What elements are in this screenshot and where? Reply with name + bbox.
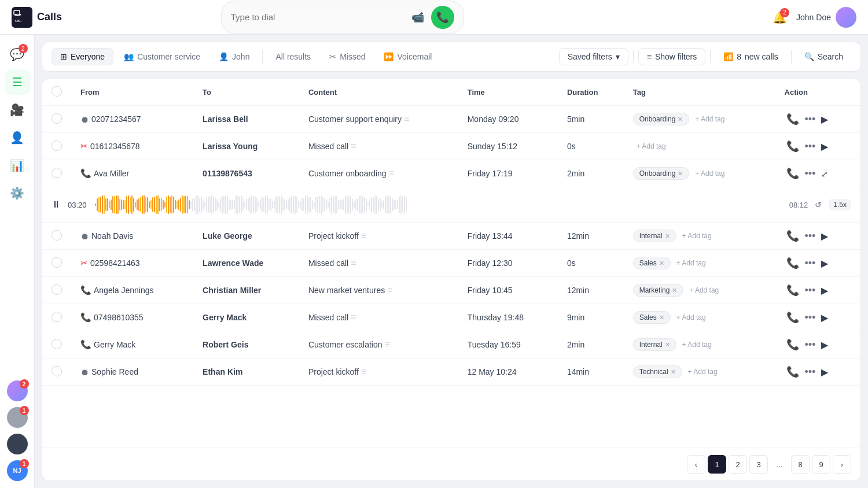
- add-tag-button[interactable]: + Add tag: [692, 168, 728, 179]
- sidebar-item-video[interactable]: 🎥: [5, 97, 30, 123]
- sidebar-avatar-3[interactable]: [7, 434, 28, 454]
- play-button[interactable]: ▶: [821, 231, 828, 242]
- tab-customer-service[interactable]: 👥 Customer service: [116, 49, 208, 65]
- sidebar-avatar-4[interactable]: NJ 1: [7, 460, 28, 481]
- more-options-button[interactable]: •••: [804, 141, 815, 153]
- notifications-button[interactable]: 🔔 2: [773, 10, 787, 24]
- audio-waveform[interactable]: [95, 193, 782, 216]
- add-tag-button[interactable]: + Add tag: [692, 113, 728, 125]
- tab-john[interactable]: 👤 John: [211, 49, 258, 65]
- avatar[interactable]: [836, 7, 856, 28]
- remove-tag-button[interactable]: ✕: [678, 116, 683, 123]
- row-checkbox-9[interactable]: [52, 366, 62, 376]
- more-options-button[interactable]: •••: [804, 312, 815, 324]
- page-9-button[interactable]: 9: [812, 455, 830, 474]
- tab-voicemail[interactable]: ⏩ Voicemail: [376, 49, 440, 65]
- row-checkbox-3[interactable]: [52, 168, 62, 178]
- saved-filters-label: Saved filters: [568, 52, 612, 61]
- sidebar-item-calls[interactable]: ☰: [5, 69, 30, 95]
- row-checkbox-6[interactable]: [52, 284, 62, 295]
- sidebar-avatar-2[interactable]: 1: [7, 407, 28, 428]
- add-tag-button[interactable]: + Add tag: [673, 257, 709, 269]
- call-back-button[interactable]: 📞: [786, 257, 799, 269]
- replay-button[interactable]: ↺: [815, 200, 822, 209]
- row-checkbox-2[interactable]: [52, 141, 62, 151]
- play-button[interactable]: ▶: [821, 367, 828, 378]
- page-3-button[interactable]: 3: [749, 455, 768, 474]
- page-8-button[interactable]: 8: [791, 455, 810, 474]
- topbar-right: 🔔 2 John Doe: [773, 7, 856, 28]
- sidebar-item-chat[interactable]: 💬 2: [5, 42, 30, 67]
- row-checkbox-5[interactable]: [52, 257, 62, 268]
- call-back-button[interactable]: 📞: [786, 365, 799, 378]
- sidebar-item-analytics[interactable]: 📊: [5, 153, 30, 178]
- select-all-checkbox[interactable]: [52, 86, 62, 97]
- more-options-button[interactable]: •••: [804, 113, 815, 125]
- video-call-button[interactable]: 📹: [411, 11, 424, 24]
- row-checkbox-1[interactable]: [52, 113, 62, 124]
- row-checkbox-4[interactable]: [52, 230, 62, 241]
- call-back-button[interactable]: 📞: [786, 230, 799, 242]
- add-tag-button[interactable]: + Add tag: [673, 312, 709, 323]
- play-button[interactable]: ▶: [821, 258, 828, 269]
- play-button[interactable]: ▶: [821, 339, 828, 350]
- play-button[interactable]: ▶: [821, 141, 828, 152]
- remove-tag-button[interactable]: ✕: [659, 314, 664, 321]
- row-checkbox-8[interactable]: [52, 339, 62, 349]
- remove-tag-button[interactable]: ✕: [672, 287, 677, 294]
- next-page-button[interactable]: ›: [833, 455, 851, 474]
- more-options-button[interactable]: •••: [804, 284, 815, 297]
- more-options-button[interactable]: •••: [804, 339, 815, 351]
- sidebar-item-settings[interactable]: ⚙️: [5, 180, 30, 206]
- remove-tag-button[interactable]: ✕: [659, 260, 664, 267]
- more-options-button[interactable]: •••: [804, 230, 815, 242]
- play-button[interactable]: ▶: [821, 285, 828, 296]
- tab-all-results[interactable]: All results: [267, 49, 319, 65]
- remove-tag-button[interactable]: ✕: [671, 368, 676, 376]
- play-button[interactable]: ▶: [821, 312, 828, 323]
- show-filters-button[interactable]: ≡ Show filters: [638, 48, 706, 65]
- dial-input[interactable]: [231, 12, 404, 22]
- page-2-button[interactable]: 2: [729, 455, 747, 474]
- to-value: Luke George: [193, 223, 299, 250]
- col-action: Action: [775, 79, 860, 106]
- sidebar-item-contacts[interactable]: 👤: [5, 125, 30, 150]
- more-options-button[interactable]: •••: [804, 366, 815, 378]
- add-tag-button[interactable]: + Add tag: [685, 366, 721, 378]
- prev-page-button[interactable]: ‹: [687, 455, 705, 474]
- table-scroll-area[interactable]: From To Content Time Duration Tag Action…: [42, 79, 860, 448]
- add-tag-button[interactable]: + Add tag: [633, 141, 670, 152]
- collapse-button[interactable]: ⤢: [821, 169, 828, 179]
- dial-bar[interactable]: 📹 📞: [221, 1, 464, 34]
- new-calls-button[interactable]: 📶 8 new calls: [715, 49, 786, 65]
- call-back-button[interactable]: 📞: [786, 311, 799, 324]
- more-options-button[interactable]: •••: [804, 257, 815, 269]
- page-1-button[interactable]: 1: [708, 455, 726, 474]
- sidebar-avatar-1[interactable]: 2: [7, 380, 28, 401]
- play-button[interactable]: ▶: [821, 114, 828, 125]
- call-back-button[interactable]: 📞: [786, 113, 799, 125]
- remove-tag-button[interactable]: ✕: [665, 341, 670, 349]
- speed-button[interactable]: 1.5x: [829, 199, 851, 210]
- call-back-button[interactable]: 📞: [786, 140, 799, 153]
- tab-everyone[interactable]: ⊞ Everyone: [52, 48, 113, 65]
- add-tag-button[interactable]: + Add tag: [679, 230, 715, 242]
- tab-customer-service-label: Customer service: [137, 52, 200, 61]
- call-back-button[interactable]: 📞: [786, 284, 799, 297]
- add-tag-button[interactable]: + Add tag: [679, 339, 715, 350]
- add-tag-button[interactable]: + Add tag: [686, 284, 722, 296]
- call-back-button[interactable]: 📞: [786, 167, 799, 180]
- call-button[interactable]: 📞: [431, 6, 454, 29]
- row-checkbox-7[interactable]: [52, 312, 62, 322]
- pause-button[interactable]: ⏸: [52, 199, 61, 210]
- saved-filters-button[interactable]: Saved filters ▾: [559, 48, 628, 65]
- tab-missed[interactable]: ✂ Missed: [321, 49, 373, 65]
- remove-tag-button[interactable]: ✕: [665, 232, 670, 240]
- from-value: 02071234567: [91, 114, 141, 124]
- table-row: 📞 07498610355 Gerry Mack Missed call ≡ T…: [42, 304, 860, 331]
- more-options-button[interactable]: •••: [804, 168, 815, 180]
- call-back-button[interactable]: 📞: [786, 338, 799, 351]
- remove-tag-button[interactable]: ✕: [678, 170, 683, 178]
- search-button[interactable]: 🔍 Search: [796, 49, 851, 65]
- table-row: 📞 Ava Miller 01139876543 Customer onboar…: [42, 160, 860, 187]
